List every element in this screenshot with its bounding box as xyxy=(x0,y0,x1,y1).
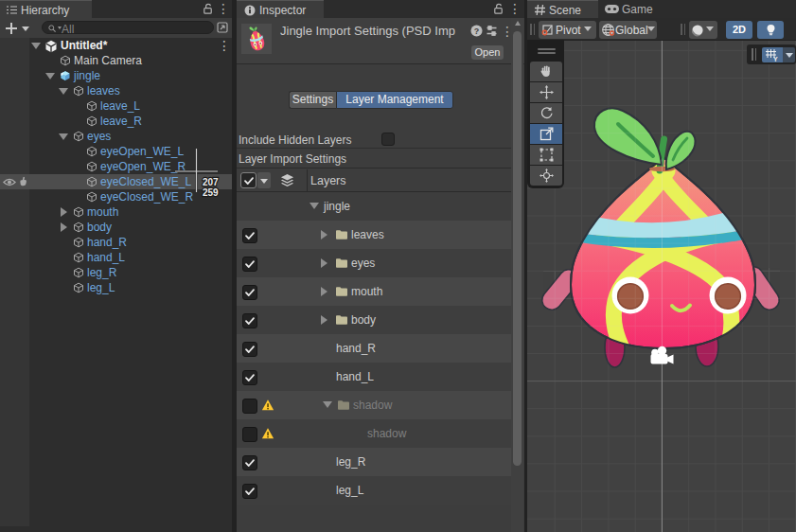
svg-text:207: 207 xyxy=(203,177,219,187)
svg-text:Y: Y xyxy=(773,55,778,62)
svg-text:?: ? xyxy=(474,27,480,36)
svg-text:259: 259 xyxy=(203,187,219,198)
